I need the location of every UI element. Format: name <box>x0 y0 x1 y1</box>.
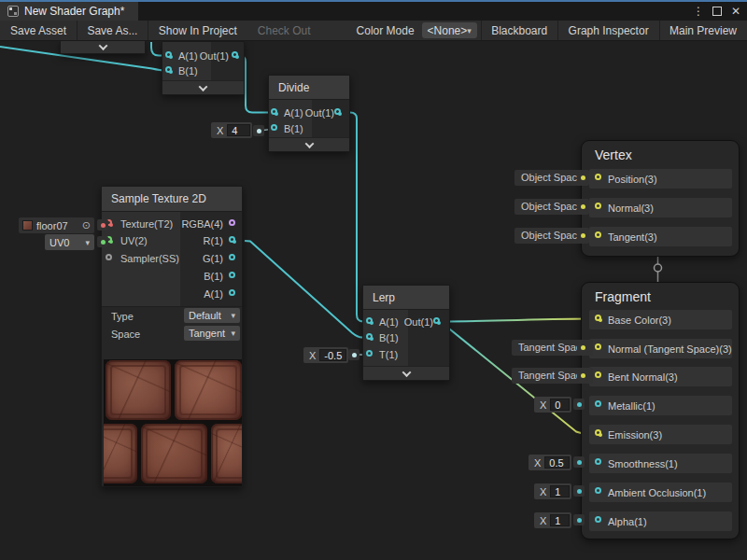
block-row-tangent[interactable]: Tangent(3) <box>589 227 732 246</box>
port-alpha[interactable] <box>595 516 601 523</box>
texture-preview <box>104 359 242 486</box>
block-row-metallic[interactable]: Metallic(1) <box>589 396 732 415</box>
texture-connector <box>97 219 108 231</box>
chevron-down-icon <box>199 82 208 91</box>
close-icon[interactable]: ✕ <box>728 4 743 19</box>
texture-name: floor07 <box>36 220 68 231</box>
port-label-a: A(1) <box>204 287 223 301</box>
texture-object-field[interactable]: floor07 ⊙ <box>19 217 94 233</box>
block-title: Vertex <box>595 147 632 162</box>
port-out[interactable] <box>334 108 341 115</box>
node-math[interactable]: A(1) B(1) Out(1) <box>162 41 245 95</box>
port-emission[interactable] <box>595 429 601 436</box>
port-position[interactable] <box>595 174 601 180</box>
collapse-button[interactable] <box>363 366 449 380</box>
x-component-value[interactable]: 4 <box>227 124 250 136</box>
port-base-color[interactable] <box>595 315 601 321</box>
block-row-normal[interactable]: Normal(3) <box>589 198 732 217</box>
lerp-t-value-field[interactable]: X -0.5 <box>303 347 348 363</box>
color-mode-dropdown[interactable]: <None> ▾ <box>422 22 477 38</box>
shader-graph-icon <box>7 6 19 17</box>
object-picker-icon[interactable]: ⊙ <box>82 220 91 231</box>
port-in-b[interactable] <box>271 124 277 131</box>
ambient-occlusion-value-field[interactable]: X 1 <box>534 483 571 499</box>
space-value: Tangent <box>189 328 225 339</box>
x-component-value[interactable]: 0.5 <box>544 456 570 469</box>
x-component-value[interactable]: 0 <box>550 399 570 411</box>
metallic-value-field[interactable]: X 0 <box>534 397 571 413</box>
port-out-r[interactable] <box>229 236 235 243</box>
block-row-normal-ts[interactable]: Normal (Tangent Space)(3) <box>589 339 732 358</box>
x-component-value[interactable]: -0.5 <box>319 349 346 361</box>
block-row-position[interactable]: Position(3) <box>589 169 732 189</box>
connector-dot <box>352 353 357 357</box>
port-out-rgba[interactable] <box>229 219 235 226</box>
port-out[interactable] <box>433 317 440 324</box>
port-bent-normal[interactable] <box>595 371 601 378</box>
blackboard-button[interactable]: Blackboard <box>481 21 557 40</box>
node-divide[interactable]: Divide A(1) B(1) Out(1) <box>268 75 350 152</box>
save-asset-button[interactable]: Save Asset <box>0 21 77 40</box>
x-component-value[interactable]: 1 <box>550 485 570 497</box>
space-dropdown[interactable]: Tangent ▾ <box>184 326 240 341</box>
alpha-connector <box>573 514 585 525</box>
collapse-button[interactable] <box>61 39 145 53</box>
window-menu-icon[interactable]: ⋮ <box>691 4 706 19</box>
block-row-smoothness[interactable]: Smoothness(1) <box>589 454 732 473</box>
node-sample-texture-2d[interactable]: Sample Texture 2D Texture(T2) UV(2) Samp… <box>101 186 243 487</box>
port-metallic[interactable] <box>595 400 601 407</box>
port-in-a[interactable] <box>165 51 172 58</box>
port-out[interactable] <box>232 51 238 58</box>
main-preview-button[interactable]: Main Preview <box>659 21 747 40</box>
port-in-b[interactable] <box>366 333 373 340</box>
chevron-down-icon: ▾ <box>231 311 235 320</box>
port-tangent[interactable] <box>595 231 601 238</box>
port-out-b[interactable] <box>229 272 235 278</box>
show-in-project-button[interactable]: Show In Project <box>148 21 247 40</box>
port-label-sampler: Sampler(SS) <box>120 252 179 265</box>
chip-connector <box>577 342 588 353</box>
port-in-a[interactable] <box>366 317 373 324</box>
save-as-button[interactable]: Save As... <box>77 21 148 40</box>
tab-title: New Shader Graph* <box>24 5 124 18</box>
connector-dot <box>581 233 585 238</box>
collapse-button[interactable] <box>269 137 349 151</box>
toolbar: Save Asset Save As... Show In Project Ch… <box>0 21 747 41</box>
port-in-sampler[interactable] <box>106 254 112 260</box>
port-in-a[interactable] <box>271 108 277 115</box>
fragment-block[interactable]: Fragment Base Color(3) Normal (Tangent S… <box>581 282 740 539</box>
brick-tile <box>104 424 137 483</box>
x-component-label: X <box>303 350 319 361</box>
block-row-alpha[interactable]: Alpha(1) <box>589 511 732 531</box>
tab-shader-graph[interactable]: New Shader Graph* <box>0 2 138 21</box>
node-lerp[interactable]: Lerp A(1) B(1) T(1) Out(1) <box>362 285 450 381</box>
space-label: Space <box>111 329 140 340</box>
port-normal-tangent-space[interactable] <box>595 343 601 350</box>
block-row-ambient-occlusion[interactable]: Ambient Occlusion(1) <box>589 483 732 502</box>
collapse-button[interactable] <box>162 80 244 94</box>
port-in-b[interactable] <box>165 66 172 73</box>
port-in-t[interactable] <box>366 350 373 357</box>
alpha-value-field[interactable]: X 1 <box>534 512 571 528</box>
port-out-a[interactable] <box>229 289 235 296</box>
uv-channel-value: UV0 <box>49 237 69 248</box>
x-component-label: X <box>211 125 227 136</box>
block-row-bent-normal[interactable]: Bent Normal(3) <box>589 367 732 386</box>
type-dropdown[interactable]: Default ▾ <box>184 308 240 323</box>
graph-inspector-button[interactable]: Graph Inspector <box>558 21 659 40</box>
maximize-icon[interactable] <box>710 4 725 19</box>
divide-b-value-field[interactable]: X 4 <box>211 122 252 138</box>
port-normal[interactable] <box>595 203 601 209</box>
block-row-base-color[interactable]: Base Color(3) <box>589 310 732 329</box>
port-smoothness[interactable] <box>595 458 601 465</box>
port-ambient-occlusion[interactable] <box>595 487 601 494</box>
chip-connector <box>577 172 588 183</box>
block-row-emission[interactable]: Emission(3) <box>589 425 732 444</box>
vertex-block[interactable]: Vertex Position(3) Normal(3) Tangent(3) <box>581 140 740 257</box>
uv-channel-dropdown[interactable]: UV0 ▾ <box>45 234 94 250</box>
smoothness-value-field[interactable]: X 0.5 <box>529 455 571 470</box>
port-out-g[interactable] <box>229 254 235 260</box>
collapsed-node[interactable] <box>60 41 146 54</box>
connector-dot <box>577 402 582 407</box>
x-component-value[interactable]: 1 <box>550 514 570 526</box>
